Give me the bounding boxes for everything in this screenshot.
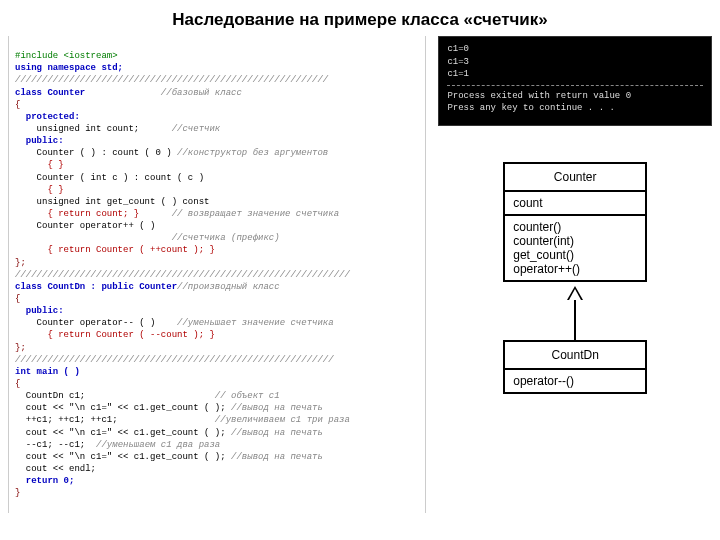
cl-getcount-body: { return count; } // возвращает значение… <box>15 209 339 219</box>
cl-cout2: cout << "\n c1=" << c1.get_count ( ); //… <box>15 428 323 438</box>
slide-title: Наследование на примере класса «счетчик» <box>0 0 720 36</box>
cl-getcount: unsigned int get_count ( ) const <box>15 197 209 207</box>
cl-ctor0: Counter ( ) : count ( 0 ) //конструктор … <box>15 148 328 158</box>
cl-main: int main ( ) <box>15 367 80 377</box>
console-line: Press any key to continue . . . <box>447 102 703 115</box>
cl-public2: public: <box>15 306 64 316</box>
uml-method: operator++() <box>513 262 637 276</box>
right-column: c1=0 c1=3 c1=1 Process exited with retur… <box>438 36 712 513</box>
cl-brace-open2: { <box>15 294 20 304</box>
uml-method: operator--() <box>513 374 637 388</box>
uml-diagram: Counter count counter() counter(int) get… <box>438 162 712 394</box>
uml-countdn-methods: operator--() <box>505 370 645 392</box>
cl-ctor1: Counter ( int c ) : count ( c ) <box>15 173 204 183</box>
cl-endl: cout << endl; <box>15 464 96 474</box>
uml-class-counter: Counter count counter() counter(int) get… <box>503 162 647 282</box>
cl-brace-open3: { <box>15 379 20 389</box>
cl-ctor1-body: { } <box>15 185 64 195</box>
cl-protected: protected: <box>15 112 80 122</box>
uml-counter-methods: counter() counter(int) get_count() opera… <box>505 216 645 280</box>
cl-cout3: cout << "\n c1=" << c1.get_count ( ); //… <box>15 452 323 462</box>
uml-method: counter(int) <box>513 234 637 248</box>
cl-public1: public: <box>15 136 64 146</box>
cl-cout1: cout << "\n c1=" << c1.get_count ( ); //… <box>15 403 323 413</box>
cl-opdec: Counter operator-- ( ) //уменьшает значе… <box>15 318 334 328</box>
cl-brace-close3: } <box>15 488 20 498</box>
uml-method: get_count() <box>513 248 637 262</box>
cl-return: return 0; <box>15 476 74 486</box>
cl-class-close2: }; <box>15 343 26 353</box>
cl-opinc: Counter operator++ ( ) <box>15 221 172 231</box>
console-line: c1=3 <box>447 56 703 69</box>
console-output: c1=0 c1=3 c1=1 Process exited with retur… <box>438 36 712 126</box>
uml-method: counter() <box>513 220 637 234</box>
console-divider <box>447 85 703 86</box>
cl-dec2: --c1; --c1; //уменьшаем c1 два раза <box>15 440 220 450</box>
cl-opinc-cmt2: //счетчика (префикс) <box>15 233 280 243</box>
console-line: Process exited with return value 0 <box>447 90 703 103</box>
cl-class-counter: class Counter //базовый класс <box>15 88 242 98</box>
cl-sep2: ////////////////////////////////////////… <box>15 270 350 280</box>
cl-count-decl: unsigned int count; //счетчик <box>15 124 220 134</box>
uml-counter-title: Counter <box>505 164 645 192</box>
uml-counter-attr: count <box>505 192 645 216</box>
cl-opdec-body: { return Counter ( --count ); } <box>15 330 215 340</box>
uml-countdn-title: CountDn <box>505 342 645 370</box>
inheritance-arrow-icon <box>567 286 583 300</box>
cl-inc3: ++c1; ++c1; ++c1; //увеличиваем c1 три р… <box>15 415 350 425</box>
cl-sep1: ////////////////////////////////////////… <box>15 75 328 85</box>
code-panel: #include <iostream> using namespace std;… <box>8 36 426 513</box>
cl-opinc-body: { return Counter ( ++count ); } <box>15 245 215 255</box>
console-line: c1=0 <box>447 43 703 56</box>
cl-class-countdn: class CountDn : public Counter//производ… <box>15 282 280 292</box>
cl-include: #include <iostream> <box>15 51 118 61</box>
cl-ctor0-body: { } <box>15 160 64 170</box>
cl-sep3: ////////////////////////////////////////… <box>15 355 334 365</box>
inheritance-line <box>574 300 576 340</box>
cl-class-close: }; <box>15 258 26 268</box>
console-line: c1=1 <box>447 68 703 81</box>
cl-brace-open: { <box>15 100 20 110</box>
uml-class-countdn: CountDn operator--() <box>503 340 647 394</box>
main-layout: #include <iostream> using namespace std;… <box>0 36 720 521</box>
cl-c1-decl: CountDn c1; // объект c1 <box>15 391 280 401</box>
cl-using: using namespace std; <box>15 63 123 73</box>
